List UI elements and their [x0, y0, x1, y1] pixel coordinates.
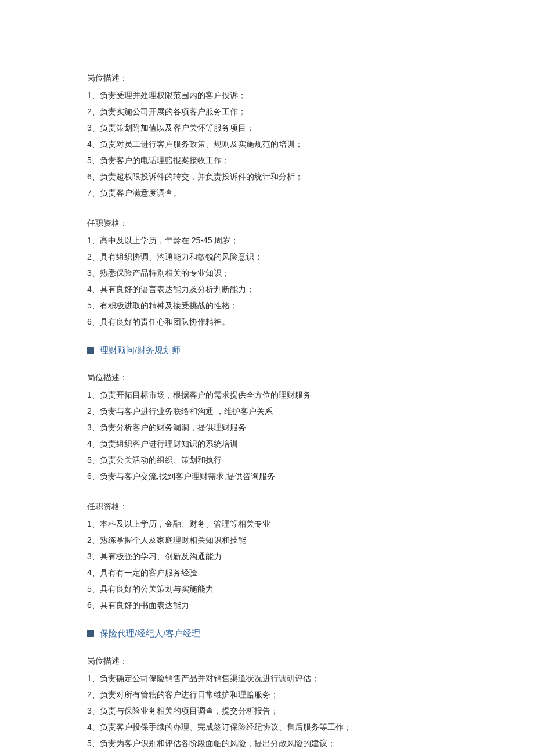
qual-header-2: 任职资格： [87, 498, 447, 514]
list-item: 2、负责实施公司开展的各项客户服务工作； [87, 103, 447, 120]
list-item: 5、负责客户的电话理赔报案接收工作； [87, 152, 447, 168]
list-item: 4、负责客户投保手续的办理、完成签订保险经纪协议、售后服务等工作； [87, 719, 447, 735]
job-title-row-3: 保险代理/经纪人/客户经理 [87, 625, 447, 642]
list-item: 3、具有极强的学习、创新及沟通能力 [87, 548, 447, 564]
list-item: 4、具有良好的语言表达能力及分析判断能力； [87, 281, 447, 297]
list-item: 5、负责为客户识别和评估各阶段面临的风险，提出分散风险的建议； [87, 735, 447, 751]
list-item: 7、负责客户满意度调查。 [87, 185, 447, 201]
job-title-2: 理财顾问/财务规划师 [100, 341, 181, 359]
list-item: 2、熟练掌握个人及家庭理财相关知识和技能 [87, 532, 447, 548]
job-desc-header-1: 岗位描述： [87, 70, 447, 86]
list-item: 1、负责确定公司保险销售产品并对销售渠道状况进行调研评估； [87, 670, 447, 686]
list-item: 6、负责与客户交流,找到客户理财需求,提供咨询服务 [87, 468, 447, 484]
job-title-row-2: 理财顾问/财务规划师 [87, 341, 447, 359]
list-item: 2、负责对所有管辖的客户进行日常维护和理赔服务； [87, 686, 447, 703]
list-item: 2、负责与客户进行业务联络和沟通 ，维护客户关系 [87, 403, 447, 419]
list-item: 2、具有组织协调、沟通能力和敏锐的风险意识； [87, 249, 447, 265]
section-3: 保险代理/经纪人/客户经理 岗位描述： 1、负责确定公司保险销售产品并对销售渠道… [87, 625, 447, 751]
list-item: 3、熟悉保险产品特别相关的专业知识； [87, 265, 447, 281]
job-title-3: 保险代理/经纪人/客户经理 [100, 625, 200, 642]
list-item: 5、具有良好的公关策划与实施能力 [87, 581, 447, 597]
list-item: 4、负责对员工进行客户服务政策、规则及实施规范的培训； [87, 136, 447, 152]
list-item: 3、负责分析客户的财务漏洞，提供理财服务 [87, 419, 447, 435]
list-item: 6、具有良好的书面表达能力 [87, 597, 447, 613]
list-item: 6、负责超权限投诉件的转交，并负责投诉件的统计和分析； [87, 168, 447, 185]
square-bullet-icon [87, 630, 94, 637]
list-item: 1、高中及以上学历，年龄在 25-45 周岁； [87, 232, 447, 249]
section-2: 理财顾问/财务规划师 岗位描述： 1、负责开拓目标市场，根据客户的需求提供全方位… [87, 341, 447, 613]
qual-header-1: 任职资格： [87, 215, 447, 231]
list-item: 5、有积极进取的精神及接受挑战的性格； [87, 297, 447, 314]
list-item: 3、负责与保险业务相关的项目调查，提交分析报告； [87, 703, 447, 719]
list-item: 1、负责受理并处理权限范围内的客户投诉； [87, 87, 447, 103]
spacer [87, 484, 447, 498]
list-item: 1、本科及以上学历，金融、财务、管理等相关专业 [87, 516, 447, 532]
list-item: 1、负责开拓目标市场，根据客户的需求提供全方位的理财服务 [87, 387, 447, 403]
list-item: 6、具有良好的责任心和团队协作精神。 [87, 314, 447, 330]
section-1: 岗位描述： 1、负责受理并处理权限范围内的客户投诉； 2、负责实施公司开展的各项… [87, 70, 447, 330]
spacer [87, 201, 447, 215]
list-item: 4、具有有一定的客户服务经验 [87, 564, 447, 581]
job-desc-header-2: 岗位描述： [87, 369, 447, 386]
job-desc-header-3: 岗位描述： [87, 653, 447, 669]
list-item: 3、负责策划附加值以及客户关怀等服务项目； [87, 120, 447, 136]
list-item: 5、负责公关活动的组织、策划和执行 [87, 452, 447, 468]
list-item: 4、负责组织客户进行理财知识的系统培训 [87, 435, 447, 452]
square-bullet-icon [87, 347, 94, 354]
